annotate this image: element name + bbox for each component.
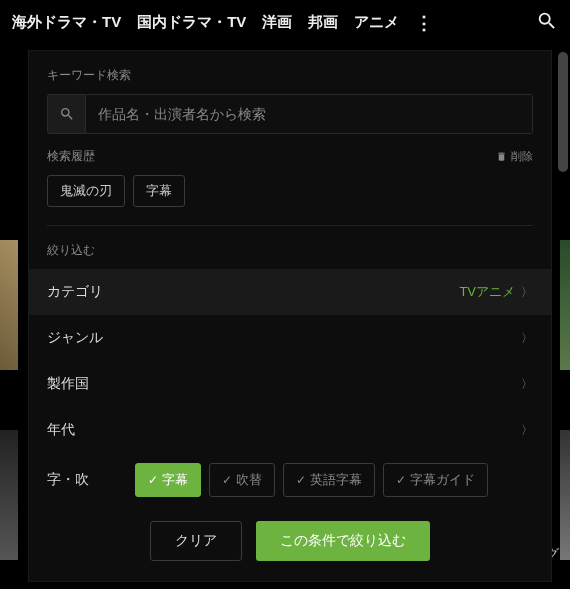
check-icon: ✓ bbox=[222, 473, 232, 487]
search-input[interactable] bbox=[85, 94, 533, 134]
clear-button[interactable]: クリア bbox=[150, 521, 242, 561]
history-label: 検索履歴 bbox=[47, 148, 95, 165]
filter-label: カテゴリ bbox=[47, 283, 103, 301]
check-icon: ✓ bbox=[296, 473, 306, 487]
pill-eng-sub[interactable]: ✓英語字幕 bbox=[283, 463, 375, 497]
pill-subtitle[interactable]: ✓字幕 bbox=[135, 463, 201, 497]
keyword-search-label: キーワード検索 bbox=[47, 67, 533, 84]
thumb bbox=[0, 430, 18, 560]
history-chip[interactable]: 鬼滅の刃 bbox=[47, 175, 125, 207]
pill-sub-guide[interactable]: ✓字幕ガイド bbox=[383, 463, 488, 497]
apply-button[interactable]: この条件で絞り込む bbox=[256, 521, 430, 561]
history-delete-button[interactable]: 削除 bbox=[496, 149, 533, 164]
thumb bbox=[0, 240, 18, 370]
nav-item-japanese[interactable]: 邦画 bbox=[308, 13, 338, 32]
chevron-right-icon: 〉 bbox=[521, 376, 533, 393]
check-icon: ✓ bbox=[148, 473, 158, 487]
subdub-label: 字・吹 bbox=[47, 471, 127, 489]
nav-item-anime[interactable]: アニメ bbox=[354, 13, 399, 32]
nav-item-overseas[interactable]: 海外ドラマ・TV bbox=[12, 13, 121, 32]
thumb bbox=[560, 430, 570, 560]
filter-value: TVアニメ bbox=[459, 283, 515, 301]
subdub-row: 字・吹 ✓字幕 ✓吹替 ✓英語字幕 ✓字幕ガイド bbox=[29, 453, 551, 507]
search-icon[interactable] bbox=[536, 10, 558, 35]
search-filter-panel: キーワード検索 検索履歴 削除 鬼滅の刃 字幕 絞り込む カテゴリ TVアニメ〉… bbox=[28, 50, 552, 582]
check-icon: ✓ bbox=[396, 473, 406, 487]
history-chip[interactable]: 字幕 bbox=[133, 175, 185, 207]
scrollbar-thumb[interactable] bbox=[558, 52, 568, 172]
search-input-icon bbox=[47, 94, 85, 134]
top-nav: 海外ドラマ・TV 国内ドラマ・TV 洋画 邦画 アニメ ⋮ bbox=[0, 0, 570, 45]
nav-item-domestic[interactable]: 国内ドラマ・TV bbox=[137, 13, 246, 32]
thumb bbox=[560, 240, 570, 370]
filter-row-genre[interactable]: ジャンル 〉 bbox=[29, 315, 551, 361]
nav-item-western[interactable]: 洋画 bbox=[262, 13, 292, 32]
pill-dub[interactable]: ✓吹替 bbox=[209, 463, 275, 497]
filter-section-label: 絞り込む bbox=[47, 242, 533, 259]
filter-row-era[interactable]: 年代 〉 bbox=[29, 407, 551, 453]
chevron-right-icon: 〉 bbox=[521, 422, 533, 439]
filter-label: 年代 bbox=[47, 421, 75, 439]
more-vertical-icon[interactable]: ⋮ bbox=[415, 12, 433, 34]
trash-icon bbox=[496, 151, 507, 162]
delete-label: 削除 bbox=[511, 149, 533, 164]
chevron-right-icon: 〉 bbox=[521, 330, 533, 347]
filter-row-country[interactable]: 製作国 〉 bbox=[29, 361, 551, 407]
filter-label: ジャンル bbox=[47, 329, 103, 347]
filter-row-category[interactable]: カテゴリ TVアニメ〉 bbox=[29, 269, 551, 315]
chevron-right-icon: 〉 bbox=[521, 284, 533, 301]
filter-label: 製作国 bbox=[47, 375, 89, 393]
